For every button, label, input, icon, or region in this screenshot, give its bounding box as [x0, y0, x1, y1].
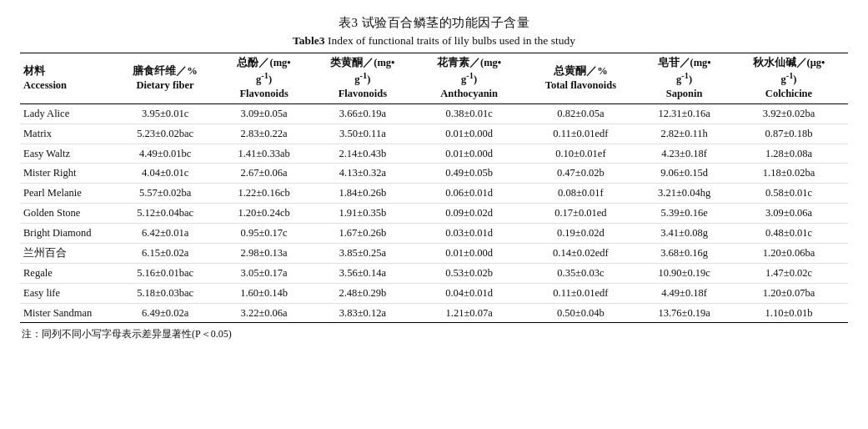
- table-row: Easy Waltz4.49±0.01bc1.41±0.33ab2.14±0.4…: [20, 144, 848, 164]
- cell-value: 3.41±0.08g: [639, 224, 730, 244]
- cell-accession: Matrix: [20, 124, 112, 144]
- cell-accession: Golden Stone: [20, 204, 112, 224]
- cell-value: 0.50±0.04b: [523, 303, 640, 323]
- cell-value: 5.16±0.01bac: [112, 263, 218, 283]
- cell-value: 2.98±0.13a: [218, 243, 309, 263]
- cell-value: 3.92±0.02ba: [730, 103, 848, 124]
- cell-value: 0.82±0.05a: [523, 103, 640, 124]
- cell-value: 2.48±0.29b: [309, 283, 416, 303]
- cell-value: 4.23±0.18f: [639, 144, 730, 164]
- cell-value: 4.13±0.32a: [309, 164, 416, 184]
- cell-value: 1.21±0.07a: [416, 303, 523, 323]
- col-header-anthocyanin: 花青素／(mg•g-1)Anthocyanin: [416, 53, 523, 104]
- table-row: Lady Alice3.95±0.01c3.09±0.05a3.66±0.19a…: [20, 103, 848, 124]
- cell-value: 0.11±0.01edf: [523, 283, 640, 303]
- cell-value: 6.42±0.01a: [112, 224, 218, 244]
- cell-value: 1.47±0.02c: [730, 263, 848, 283]
- cell-value: 5.23±0.02bac: [112, 124, 218, 144]
- cell-value: 3.09±0.05a: [218, 103, 309, 124]
- cell-value: 1.28±0.08a: [730, 144, 848, 164]
- cell-value: 0.53±0.02b: [416, 263, 523, 283]
- col-header-colchicine: 秋水仙碱／(μg•g-1)Colchicine: [730, 53, 848, 104]
- cell-value: 2.83±0.22a: [218, 124, 309, 144]
- cell-value: 2.67±0.06a: [218, 164, 309, 184]
- cell-value: 0.17±0.01ed: [523, 204, 640, 224]
- cell-value: 10.90±0.19c: [639, 263, 730, 283]
- col-header-total-phenol: 总酚／(mg•g-1)Flavonoids: [218, 53, 309, 104]
- cell-value: 3.66±0.19a: [309, 103, 416, 124]
- cell-accession: Mister Sandman: [20, 303, 112, 323]
- cell-value: 0.38±0.01c: [416, 103, 523, 124]
- table-row: Bright Diamond6.42±0.01a0.95±0.17c1.67±0…: [20, 224, 848, 244]
- cell-value: 0.06±0.01d: [416, 184, 523, 204]
- cell-value: 4.49±0.18f: [639, 283, 730, 303]
- table-title-cn: 表3 试验百合鳞茎的功能因子含量: [20, 15, 848, 31]
- table-row: Easy life5.18±0.03bac1.60±0.14b2.48±0.29…: [20, 283, 848, 303]
- cell-value: 0.10±0.01ef: [523, 144, 640, 164]
- cell-value: 0.95±0.17c: [218, 224, 309, 244]
- cell-value: 6.49±0.02a: [112, 303, 218, 323]
- cell-value: 0.03±0.01d: [416, 224, 523, 244]
- cell-value: 5.57±0.02ba: [112, 184, 218, 204]
- cell-value: 0.35±0.03c: [523, 263, 640, 283]
- cell-accession: 兰州百合: [20, 243, 112, 263]
- cell-value: 5.12±0.04bac: [112, 204, 218, 224]
- cell-value: 0.09±0.02d: [416, 204, 523, 224]
- header-row-cn: 材料Accession 膳食纤维／%Dietary fiber 总酚／(mg•g…: [20, 53, 848, 104]
- col-header-flavonoids: 类黄酮／(mg•g-1)Flavonoids: [309, 53, 416, 104]
- cell-value: 1.10±0.01b: [730, 303, 848, 323]
- cell-value: 0.47±0.02b: [523, 164, 640, 184]
- col-header-accession: 材料Accession: [20, 53, 112, 104]
- cell-value: 3.21±0.04hg: [639, 184, 730, 204]
- col-header-saponin: 皂苷／(mg•g-1)Saponin: [639, 53, 730, 104]
- cell-value: 9.06±0.15d: [639, 164, 730, 184]
- cell-value: 13.76±0.19a: [639, 303, 730, 323]
- col-header-dietary-fiber: 膳食纤维／%Dietary fiber: [112, 53, 218, 104]
- cell-value: 1.60±0.14b: [218, 283, 309, 303]
- cell-value: 1.18±0.02ba: [730, 164, 848, 184]
- cell-value: 0.19±0.02d: [523, 224, 640, 244]
- table-title-en: Table3 Index of functional traits of lil…: [20, 34, 848, 48]
- cell-value: 1.20±0.06ba: [730, 243, 848, 263]
- cell-value: 3.50±0.11a: [309, 124, 416, 144]
- col-header-total-flavonoids: 总黄酮／%Total flavonoids: [523, 53, 640, 104]
- cell-value: 3.95±0.01c: [112, 103, 218, 124]
- cell-value: 1.20±0.24cb: [218, 204, 309, 224]
- cell-value: 6.15±0.02a: [112, 243, 218, 263]
- cell-accession: Lady Alice: [20, 103, 112, 124]
- cell-value: 0.01±0.00d: [416, 124, 523, 144]
- cell-value: 2.82±0.11h: [639, 124, 730, 144]
- cell-value: 4.49±0.01bc: [112, 144, 218, 164]
- cell-value: 3.05±0.17a: [218, 263, 309, 283]
- cell-value: 0.49±0.05b: [416, 164, 523, 184]
- table-row: Mister Sandman6.49±0.02a3.22±0.06a3.83±0…: [20, 303, 848, 323]
- cell-value: 0.11±0.01edf: [523, 124, 640, 144]
- cell-value: 0.01±0.00d: [416, 243, 523, 263]
- table-title-en-rest: Index of functional traits of lily bulbs…: [325, 34, 575, 47]
- cell-value: 1.41±0.33ab: [218, 144, 309, 164]
- table-note: 注：同列不同小写字母表示差异显著性(P＜0.05): [20, 327, 848, 341]
- cell-value: 0.48±0.01c: [730, 224, 848, 244]
- cell-value: 1.20±0.07ba: [730, 283, 848, 303]
- table-row: Mister Right4.04±0.01c2.67±0.06a4.13±0.3…: [20, 164, 848, 184]
- cell-accession: Pearl Melanie: [20, 184, 112, 204]
- cell-value: 0.08±0.01f: [523, 184, 640, 204]
- cell-value: 0.58±0.01c: [730, 184, 848, 204]
- table-row: Matrix5.23±0.02bac2.83±0.22a3.50±0.11a0.…: [20, 124, 848, 144]
- cell-value: 1.22±0.16cb: [218, 184, 309, 204]
- cell-value: 3.09±0.06a: [730, 204, 848, 224]
- table-row: Regale5.16±0.01bac3.05±0.17a3.56±0.14a0.…: [20, 263, 848, 283]
- table-row: 兰州百合6.15±0.02a2.98±0.13a3.85±0.25a0.01±0…: [20, 243, 848, 263]
- cell-value: 0.04±0.01d: [416, 283, 523, 303]
- cell-value: 5.39±0.16e: [639, 204, 730, 224]
- cell-value: 1.67±0.26b: [309, 224, 416, 244]
- cell-value: 1.84±0.26b: [309, 184, 416, 204]
- table-row: Pearl Melanie5.57±0.02ba1.22±0.16cb1.84±…: [20, 184, 848, 204]
- cell-accession: Easy life: [20, 283, 112, 303]
- cell-value: 3.68±0.16g: [639, 243, 730, 263]
- cell-accession: Bright Diamond: [20, 224, 112, 244]
- cell-value: 5.18±0.03bac: [112, 283, 218, 303]
- cell-value: 0.87±0.18b: [730, 124, 848, 144]
- cell-value: 3.85±0.25a: [309, 243, 416, 263]
- table-title-en-label: Table3: [293, 34, 325, 47]
